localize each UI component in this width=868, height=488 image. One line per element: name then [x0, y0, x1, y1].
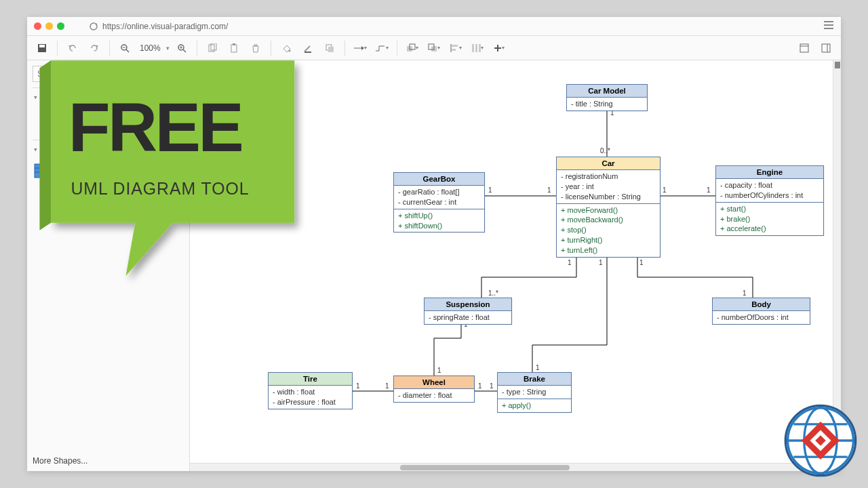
distribute-icon[interactable]: ▾	[468, 39, 487, 58]
url-bar[interactable]: https://online.visual-paradigm.com/	[89, 22, 228, 31]
uml-class-carmodel[interactable]: Car Model - title : String	[566, 84, 648, 111]
shadow-icon[interactable]	[320, 39, 339, 58]
svg-rect-12	[231, 45, 237, 52]
menu-icon[interactable]	[823, 20, 834, 33]
waypoint-icon[interactable]: ▾	[372, 39, 391, 58]
minimize-icon[interactable]	[45, 22, 53, 30]
svg-rect-31	[822, 44, 830, 52]
uml-class-tire[interactable]: Tire - width : float- airPressure : floa…	[268, 372, 353, 409]
svg-rect-17	[328, 47, 334, 52]
align-icon[interactable]: ▾	[446, 39, 465, 58]
svg-rect-25	[452, 49, 456, 51]
svg-rect-2	[39, 45, 45, 47]
uml-class-brake[interactable]: Brake - type : String + apply()	[497, 372, 572, 413]
uml-class-engine[interactable]: Engine - capacity : float- numberOfCylin…	[715, 165, 824, 236]
svg-point-14	[288, 49, 290, 52]
h-scrollbar[interactable]	[190, 463, 833, 471]
logo-icon	[783, 403, 858, 478]
reload-icon	[89, 22, 98, 31]
maximize-icon[interactable]	[57, 22, 64, 30]
promo-banner: FREE UML DIAGRAM TOOL	[27, 54, 312, 291]
titlebar: https://online.visual-paradigm.com/	[27, 17, 841, 36]
uml-class-car[interactable]: Car - registrationNum- year : int- licen…	[556, 157, 660, 258]
url-text: https://online.visual-paradigm.com/	[102, 22, 228, 31]
uml-class-wheel[interactable]: Wheel - diameter : float	[393, 375, 475, 403]
svg-text:FREE: FREE	[68, 89, 242, 165]
svg-line-4	[126, 49, 129, 52]
format-panel-icon[interactable]	[816, 39, 835, 58]
svg-rect-26	[472, 44, 474, 52]
svg-line-7	[183, 49, 186, 52]
fullscreen-icon[interactable]	[795, 39, 814, 58]
svg-rect-29	[800, 44, 808, 52]
close-icon[interactable]	[34, 22, 41, 30]
uml-class-suspension[interactable]: Suspension - springRate : float	[424, 298, 512, 325]
svg-rect-24	[452, 45, 458, 47]
connector-icon[interactable]: ▾	[351, 39, 370, 58]
uml-class-body[interactable]: Body - numberOfDoors : int	[712, 298, 810, 325]
svg-rect-13	[233, 43, 235, 45]
uml-class-gearbox[interactable]: GearBox - gearRatio : float[]- currentGe…	[393, 172, 485, 232]
tofront-icon[interactable]: ▾	[403, 39, 422, 58]
zoom-level[interactable]: 100%	[137, 43, 163, 53]
v-scrollbar[interactable]	[833, 60, 841, 463]
svg-rect-27	[475, 44, 477, 52]
more-shapes-button[interactable]: More Shapes...	[33, 456, 87, 466]
add-icon[interactable]: ▾	[490, 39, 509, 58]
svg-text:UML DIAGRAM TOOL: UML DIAGRAM TOOL	[71, 179, 249, 198]
svg-rect-15	[304, 52, 311, 53]
toback-icon[interactable]: ▾	[425, 39, 443, 58]
